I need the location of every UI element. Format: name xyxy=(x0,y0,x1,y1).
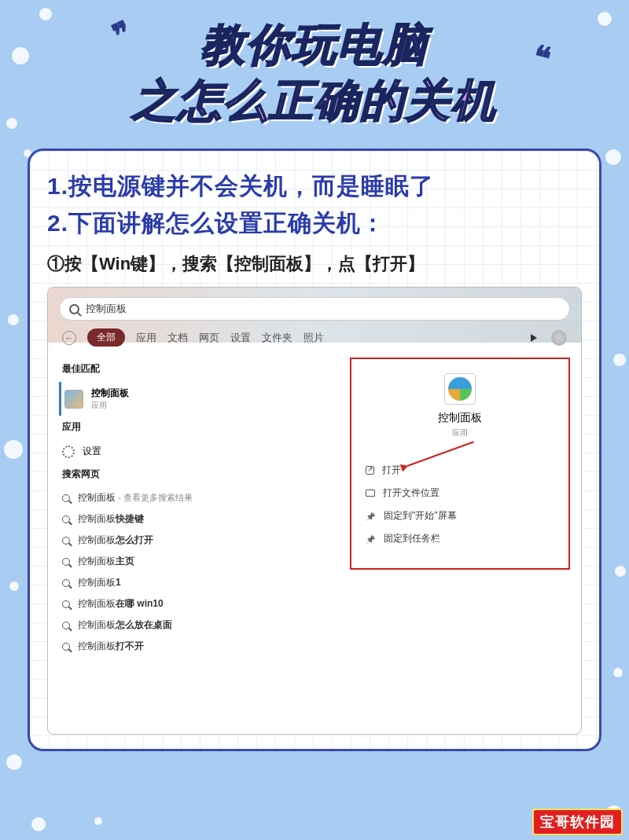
details-panel: 控制面板 应用 打开 打开文件位置 固定到"开始"屏幕 固定到任务栏 xyxy=(350,358,570,721)
web-result[interactable]: 控制面板 - 查看更多搜索结果 xyxy=(59,487,340,508)
web-result[interactable]: 控制面板打不开 xyxy=(59,636,340,657)
web-result[interactable]: 控制面板1 xyxy=(59,572,340,593)
tab-photos[interactable]: 照片 xyxy=(303,331,324,345)
instruction-2: 2.下面讲解怎么设置正确关机： xyxy=(47,205,582,242)
web-result[interactable]: 控制面板怎么放在桌面 xyxy=(59,614,340,636)
web-result[interactable]: 控制面板快捷键 xyxy=(59,508,340,530)
control-panel-icon xyxy=(64,390,83,409)
tab-settings[interactable]: 设置 xyxy=(230,331,251,345)
web-results-list: 控制面板 - 查看更多搜索结果 控制面板快捷键 控制面板怎么打开 控制面板主页 … xyxy=(59,487,340,657)
action-list: 打开 打开文件位置 固定到"开始"屏幕 固定到任务栏 xyxy=(364,459,556,550)
tab-web[interactable]: 网页 xyxy=(199,331,219,345)
tab-all[interactable]: 全部 xyxy=(87,328,125,347)
gear-icon xyxy=(62,446,75,458)
detail-name: 控制面板 xyxy=(364,411,556,425)
best-match-item[interactable]: 控制面板 应用 xyxy=(59,382,340,416)
web-result[interactable]: 控制面板主页 xyxy=(59,551,340,572)
search-icon xyxy=(62,600,70,608)
search-icon xyxy=(62,558,70,566)
action-pin-start[interactable]: 固定到"开始"屏幕 xyxy=(364,504,556,527)
control-panel-icon-large xyxy=(444,373,476,405)
action-open-location[interactable]: 打开文件位置 xyxy=(364,482,556,504)
tab-apps[interactable]: 应用 xyxy=(136,331,156,345)
highlighted-detail-box: 控制面板 应用 打开 打开文件位置 固定到"开始"屏幕 固定到任务栏 xyxy=(350,358,570,570)
search-icon xyxy=(62,515,70,523)
results-left-column: 最佳匹配 控制面板 应用 应用 设置 搜索网页 控制面板 - 查看更多搜索结果 xyxy=(59,358,340,721)
web-results-label: 搜索网页 xyxy=(62,468,340,481)
best-match-label: 最佳匹配 xyxy=(62,362,340,376)
search-icon xyxy=(62,643,70,651)
apps-label: 应用 xyxy=(62,420,340,434)
action-open[interactable]: 打开 xyxy=(364,459,556,482)
windows-search-panel: 控制面板 ← 全部 应用 文档 网页 设置 文件夹 照片 最佳匹配 控制面板 xyxy=(47,287,582,735)
tab-docs[interactable]: 文档 xyxy=(167,331,188,345)
watermark-badge: 宝哥软件园 xyxy=(532,809,623,835)
search-input[interactable]: 控制面板 xyxy=(86,302,127,316)
web-result[interactable]: 控制面板在哪 win10 xyxy=(59,593,340,614)
search-bar[interactable]: 控制面板 xyxy=(59,297,570,321)
detail-type: 应用 xyxy=(364,427,556,438)
folder-icon xyxy=(366,490,375,497)
search-tabs: ← 全部 应用 文档 网页 设置 文件夹 照片 xyxy=(48,321,581,353)
pin-icon xyxy=(366,511,376,521)
back-button[interactable]: ← xyxy=(62,331,76,345)
content-card: 1.按电源键并不会关机，而是睡眠了 2.下面讲解怎么设置正确关机： ①按【Win… xyxy=(28,149,601,751)
action-pin-taskbar[interactable]: 固定到任务栏 xyxy=(364,527,556,550)
instruction-1: 1.按电源键并不会关机，而是睡眠了 xyxy=(47,168,582,205)
open-icon xyxy=(366,466,374,475)
search-icon xyxy=(62,579,70,587)
app-settings-item[interactable]: 设置 xyxy=(59,440,340,463)
search-icon xyxy=(69,304,79,314)
search-icon xyxy=(62,622,70,629)
tab-folders[interactable]: 文件夹 xyxy=(262,331,292,345)
user-avatar[interactable] xyxy=(551,330,567,346)
search-icon xyxy=(62,537,70,545)
search-icon xyxy=(62,494,70,502)
step-1: ①按【Win键】，搜索【控制面板】，点【打开】 xyxy=(47,252,582,276)
title-line-2: 之怎么正确的关机 xyxy=(0,72,629,131)
play-icon[interactable] xyxy=(531,334,537,342)
web-result[interactable]: 控制面板怎么打开 xyxy=(59,530,340,551)
pin-icon xyxy=(366,534,376,544)
